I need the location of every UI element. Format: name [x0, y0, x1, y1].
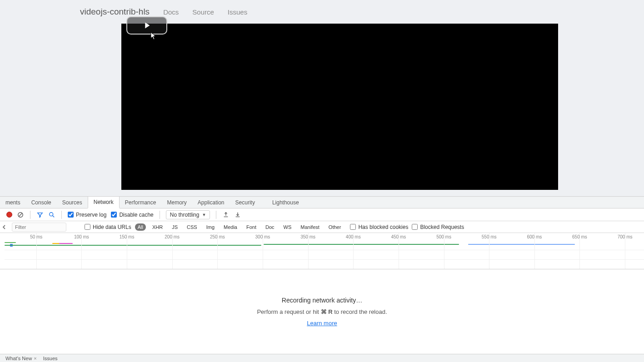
devtools-panel: ments Console Sources Network Performanc… — [0, 196, 644, 362]
play-button[interactable] — [126, 16, 167, 35]
timeline-tick-label: 550 ms — [482, 234, 497, 239]
devtools-drawer: What's New × Issues — [0, 354, 644, 362]
timeline-bar — [5, 245, 261, 246]
filter-input[interactable] — [12, 223, 66, 232]
timeline-tick-label: 400 ms — [346, 234, 361, 239]
has-blocked-cookies-checkbox[interactable]: Has blocked cookies — [350, 224, 408, 230]
disable-cache-label: Disable cache — [119, 212, 153, 218]
caret-down-icon: ▼ — [202, 213, 206, 217]
empty-state-hint: Perform a request or hit ⌘ R to record t… — [257, 308, 387, 315]
type-filter-manifest[interactable]: Manifest — [298, 223, 322, 231]
nav-link-source[interactable]: Source — [192, 8, 214, 16]
drawer-tab-label: What's New — [5, 356, 32, 361]
tab-security[interactable]: Security — [230, 197, 260, 208]
video-player[interactable] — [121, 24, 558, 190]
blocked-requests-label: Blocked Requests — [420, 224, 464, 230]
nav-link-issues[interactable]: Issues — [228, 8, 247, 16]
empty-state-hint-pre: Perform a request or hit — [257, 308, 320, 315]
timeline-divider — [5, 250, 644, 250]
tab-console[interactable]: Console — [26, 197, 57, 208]
timeline-tick-label: 650 ms — [572, 234, 587, 239]
search-icon[interactable] — [48, 211, 55, 218]
tab-lighthouse[interactable]: Lighthouse — [267, 197, 305, 208]
type-filter-font[interactable]: Font — [244, 223, 259, 231]
play-icon — [142, 20, 152, 30]
network-filter-bar: Hide data URLs All XHR JS CSS Img Media … — [0, 221, 644, 233]
tab-memory[interactable]: Memory — [161, 197, 192, 208]
chevron-left-icon[interactable] — [2, 225, 6, 229]
tab-elements[interactable]: ments — [0, 197, 26, 208]
timeline-bar — [468, 244, 575, 245]
type-filter-other[interactable]: Other — [326, 223, 344, 231]
timeline-tick-label: 50 ms — [30, 234, 42, 239]
empty-state-hint-post: to record the reload. — [333, 308, 387, 315]
preserve-log-label: Preserve log — [76, 212, 106, 218]
timeline-tick-label: 250 ms — [210, 234, 225, 239]
brand-title: videojs-contrib-hls — [80, 7, 150, 17]
download-har-icon[interactable] — [234, 211, 241, 218]
empty-state-hint-key: ⌘ R — [321, 308, 333, 315]
type-filter-doc[interactable]: Doc — [263, 223, 277, 231]
nav-link-docs[interactable]: Docs — [163, 8, 179, 16]
timeline-tick-label: 300 ms — [255, 234, 270, 239]
devtools-tabs: ments Console Sources Network Performanc… — [0, 197, 644, 208]
toolbar-divider — [61, 211, 62, 219]
network-timeline[interactable]: 50 ms100 ms150 ms200 ms250 ms300 ms350 m… — [0, 233, 644, 269]
drawer-tab-label: Issues — [43, 356, 58, 361]
timeline-tick-label: 600 ms — [527, 234, 542, 239]
svg-line-1 — [19, 213, 22, 216]
svg-line-3 — [53, 215, 55, 217]
close-icon[interactable]: × — [34, 356, 36, 361]
filter-icon[interactable] — [36, 211, 44, 218]
tab-performance[interactable]: Performance — [120, 197, 162, 208]
network-toolbar: Preserve log Disable cache No throttling… — [0, 208, 644, 221]
network-empty-state: Recording network activity… Perform a re… — [0, 269, 644, 354]
timeline-bar — [5, 242, 16, 243]
blocked-requests-checkbox[interactable]: Blocked Requests — [412, 224, 464, 230]
timeline-tick-label: 450 ms — [391, 234, 406, 239]
timeline-bar — [264, 244, 459, 245]
type-filter-js[interactable]: JS — [169, 223, 180, 231]
type-filter-media[interactable]: Media — [221, 223, 240, 231]
hide-data-urls-label: Hide data URLs — [93, 224, 131, 230]
tab-application[interactable]: Application — [192, 197, 230, 208]
throttling-label: No throttling — [170, 212, 200, 218]
record-button[interactable] — [6, 212, 12, 218]
tab-network[interactable]: Network — [88, 197, 120, 208]
toolbar-divider — [216, 211, 216, 219]
disable-cache-checkbox[interactable]: Disable cache — [111, 212, 153, 218]
timeline-tick-label: 350 ms — [300, 234, 315, 239]
type-filter-all[interactable]: All — [135, 223, 146, 231]
clear-icon[interactable] — [17, 211, 24, 218]
timeline-divider — [5, 259, 644, 260]
page-navbar: videojs-contrib-hls Docs Source Issues — [0, 0, 644, 24]
throttling-select[interactable]: No throttling ▼ — [166, 210, 210, 219]
preserve-log-checkbox[interactable]: Preserve log — [68, 212, 106, 218]
empty-state-title: Recording network activity… — [282, 297, 362, 304]
toolbar-divider — [160, 211, 160, 219]
timeline-tick-label: 100 ms — [74, 234, 89, 239]
type-filter-css[interactable]: CSS — [184, 223, 200, 231]
timeline-bar — [59, 243, 73, 244]
tab-sources[interactable]: Sources — [57, 197, 88, 208]
type-filter-img[interactable]: Img — [204, 223, 217, 231]
hide-data-urls-checkbox[interactable]: Hide data URLs — [85, 224, 131, 230]
timeline-tick-label: 150 ms — [120, 234, 135, 239]
timeline-tick-label: 500 ms — [436, 234, 451, 239]
drawer-tab-issues[interactable]: Issues — [41, 356, 60, 361]
upload-har-icon[interactable] — [222, 211, 230, 218]
drawer-tab-whats-new[interactable]: What's New × — [4, 356, 39, 361]
type-filter-ws[interactable]: WS — [281, 223, 295, 231]
type-filter-xhr[interactable]: XHR — [150, 223, 165, 231]
svg-point-2 — [50, 212, 53, 216]
toolbar-divider — [30, 211, 30, 219]
has-blocked-cookies-label: Has blocked cookies — [358, 224, 408, 230]
timeline-tick-label: 200 ms — [165, 234, 180, 239]
learn-more-link[interactable]: Learn more — [307, 320, 337, 327]
timeline-tick-label: 700 ms — [618, 234, 633, 239]
